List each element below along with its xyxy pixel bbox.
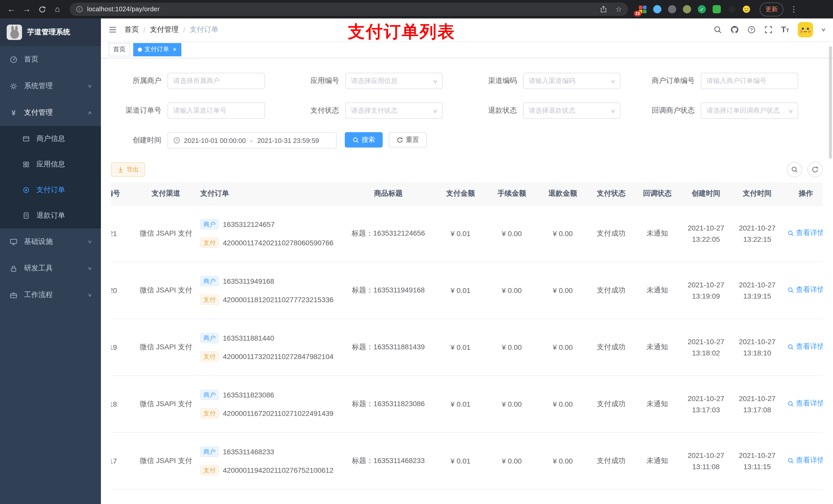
document-icon bbox=[22, 212, 30, 219]
sidebar-item-infra[interactable]: 基础设施 ∨ bbox=[0, 229, 101, 255]
cell-id: 21 bbox=[111, 205, 138, 262]
home-icon[interactable]: ⌂ bbox=[50, 2, 65, 16]
sidebar-item-home[interactable]: 首页 bbox=[0, 46, 101, 73]
date-range-input[interactable]: 2021-10-01 00:00:00 - 2021-10-31 23:59:5… bbox=[168, 132, 337, 148]
sidebar-item-devtools[interactable]: 研发工具 ∨ bbox=[0, 255, 101, 282]
cell-notify-status: 未通知 bbox=[634, 376, 680, 432]
cell-notify-status: 未通知 bbox=[634, 432, 680, 489]
font-size-icon[interactable]: TT bbox=[781, 26, 789, 34]
sidebar-item-app-info[interactable]: 应用信息 bbox=[0, 152, 101, 177]
reload-icon[interactable] bbox=[35, 2, 49, 16]
table-row[interactable]: 17 微信 JSAPI 支付 商户1635311468233 支付4200001… bbox=[111, 432, 823, 489]
forward-icon[interactable]: → bbox=[20, 2, 34, 16]
app-select[interactable]: 请选择应用信息 ∨ bbox=[345, 73, 443, 89]
sidebar-item-label: 支付管理 bbox=[24, 108, 53, 117]
site-info-icon[interactable] bbox=[76, 6, 83, 13]
cell-pay-time: 2021-10-2713:19:15 bbox=[732, 262, 783, 318]
toggle-search-button[interactable] bbox=[787, 162, 802, 177]
view-detail-link[interactable]: 查看详情 bbox=[787, 342, 823, 352]
page-scrollbar[interactable] bbox=[829, 46, 832, 159]
app-logo[interactable]: 芋道管理系统 bbox=[0, 19, 101, 46]
extension-green-check-icon[interactable]: ✓ bbox=[697, 4, 707, 14]
active-tab-dot bbox=[138, 47, 142, 51]
sidebar-item-system[interactable]: 系统管理 ∨ bbox=[0, 73, 101, 99]
header-search-icon[interactable] bbox=[713, 26, 721, 34]
chevron-down-icon: ∨ bbox=[88, 239, 93, 244]
extension-emoji-icon[interactable] bbox=[741, 4, 752, 14]
cell-pay-status: 支付成功 bbox=[588, 432, 634, 489]
extension-olive-icon[interactable] bbox=[682, 4, 692, 14]
breadcrumb-pay-manage[interactable]: 支付管理 bbox=[150, 25, 178, 34]
help-icon[interactable]: ? bbox=[747, 26, 755, 34]
cell-refund: ¥ 0.00 bbox=[538, 205, 588, 262]
sidebar-item-pay-order[interactable]: 支付订单 bbox=[0, 177, 101, 203]
cell-amount: ¥ 0.01 bbox=[435, 262, 486, 318]
logo-avatar bbox=[7, 25, 22, 40]
view-detail-link[interactable]: 查看详情 bbox=[787, 456, 823, 465]
table-row-partial[interactable]: 商户 bbox=[111, 489, 823, 504]
back-icon[interactable]: ← bbox=[4, 2, 19, 16]
user-avatar[interactable] bbox=[798, 22, 813, 38]
table-row[interactable]: 20 微信 JSAPI 支付 商户1635311949168 支付4200001… bbox=[111, 262, 823, 318]
sidebar-item-label: 应用信息 bbox=[37, 160, 65, 169]
sidebar-item-refund-order[interactable]: 退款订单 bbox=[0, 203, 101, 229]
sidebar-toggle-icon[interactable] bbox=[109, 26, 117, 34]
tab-home[interactable]: 首页 bbox=[109, 43, 130, 56]
cell-notify-status: 未通知 bbox=[634, 205, 680, 262]
channel-code-select[interactable]: 请输入渠道编码 ∨ bbox=[523, 73, 620, 89]
export-button[interactable]: 导出 bbox=[111, 162, 145, 177]
github-icon[interactable] bbox=[730, 26, 738, 34]
search-button[interactable]: 搜索 bbox=[345, 132, 383, 147]
view-detail-label: 查看详情 bbox=[796, 229, 823, 238]
cell-pay-order: 商户1635311881440 支付4200001173202110272847… bbox=[194, 318, 342, 376]
chevron-up-icon: ∧ bbox=[88, 110, 93, 115]
cell-title: 标题：1635312124656 bbox=[342, 205, 435, 262]
tab-pay-order[interactable]: 支付订单 × bbox=[133, 43, 181, 56]
merchant-select[interactable]: 请选择所属商户 bbox=[168, 73, 265, 89]
view-detail-link[interactable]: 查看详情 bbox=[787, 286, 823, 295]
notify-status-select[interactable]: 请选择订单回调商户状态 ∨ bbox=[701, 102, 798, 119]
tags-view: 首页 支付订单 × bbox=[101, 41, 833, 58]
table-row[interactable]: 19 微信 JSAPI 支付 商户1635311881440 支付4200001… bbox=[111, 318, 823, 376]
extension-pin-icon[interactable] bbox=[727, 4, 737, 14]
browser-menu-icon[interactable]: ⋮ bbox=[787, 5, 800, 14]
browser-update-button[interactable]: 更新 bbox=[760, 2, 783, 16]
app-title: 芋道管理系统 bbox=[27, 28, 70, 37]
filter-label: 渠道编码 bbox=[467, 76, 523, 86]
filter-row-1: 所属商户 请选择所属商户 应用编号 请选择应用信息 ∨ 渠道编码 bbox=[111, 73, 823, 89]
reset-button[interactable]: 重置 bbox=[389, 132, 427, 147]
extension-gray-icon[interactable] bbox=[667, 4, 677, 14]
pay-status-select[interactable]: 请选择支付状态 ∨ bbox=[345, 102, 443, 119]
user-menu-caret-icon[interactable]: ∨ bbox=[821, 27, 826, 32]
view-detail-link[interactable]: 查看详情 bbox=[787, 399, 823, 408]
refresh-table-button[interactable] bbox=[807, 162, 823, 177]
cell-channel: 微信 JSAPI 支付 bbox=[138, 432, 194, 489]
bookmark-star-icon[interactable]: ☆ bbox=[616, 5, 622, 13]
channel-pay-no: 4200001194202110276752100612 bbox=[223, 466, 334, 474]
merchant-order-no-input[interactable]: 请输入商户订单编号 bbox=[701, 73, 798, 89]
extensions-puzzle-icon[interactable]: 10 bbox=[637, 4, 647, 14]
cell-create-time: 2021-10-2713:19:09 bbox=[680, 262, 732, 318]
breadcrumb-home[interactable]: 首页 bbox=[124, 25, 139, 34]
sidebar-item-payment[interactable]: ¥ 支付管理 ∧ bbox=[0, 99, 101, 126]
fullscreen-icon[interactable] bbox=[764, 26, 772, 34]
extension-blue-icon[interactable] bbox=[652, 4, 662, 14]
table-row[interactable]: 18 微信 JSAPI 支付 商户1635311823086 支付4200001… bbox=[111, 376, 823, 432]
browser-window: ← → ⌂ localhost:1024/pay/order ☆ 10 bbox=[0, 0, 833, 504]
tab-close-icon[interactable]: × bbox=[173, 46, 176, 53]
merchant-order-no: 1635311881440 bbox=[223, 334, 274, 342]
cell-fee: ¥ 0.00 bbox=[486, 432, 538, 489]
table-row[interactable]: 21 微信 JSAPI 支付 商户1635312124657 支付4200001… bbox=[111, 205, 823, 262]
cell-pay-order: 商户1635311949168 支付4200001181202110277723… bbox=[194, 262, 342, 318]
address-bar[interactable]: localhost:1024/pay/order ☆ bbox=[70, 3, 628, 16]
filter-label: 应用编号 bbox=[289, 76, 345, 86]
channel-order-no-input[interactable]: 请输入渠道订单号 bbox=[168, 102, 265, 119]
sidebar-item-merchant-info[interactable]: 商户信息 bbox=[0, 126, 101, 152]
share-icon[interactable] bbox=[600, 6, 607, 13]
extension-chat-icon[interactable] bbox=[712, 4, 722, 14]
extensions-cluster: 10 ✓ bbox=[633, 4, 756, 14]
sidebar-item-workflow[interactable]: 工作流程 ∨ bbox=[0, 282, 101, 308]
cell-action: 查看详情 bbox=[783, 432, 823, 489]
view-detail-link[interactable]: 查看详情 bbox=[787, 229, 823, 238]
refund-status-select[interactable]: 请选择退款状态 ∨ bbox=[523, 102, 620, 119]
